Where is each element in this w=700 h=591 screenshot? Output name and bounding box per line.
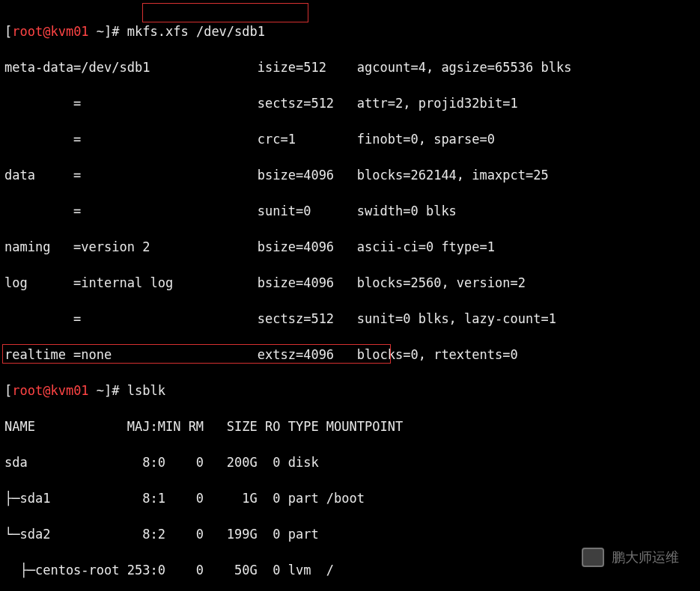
command-mkfs: mkfs.xfs /dev/sdb1 — [127, 24, 265, 39]
mkfs-output-line: = sectsz=512 attr=2, projid32bit=1 — [4, 94, 696, 112]
prompt-bracket-open: [ — [4, 383, 12, 398]
prompt-user-host: root@kvm01 — [12, 383, 88, 398]
mkfs-output-line: = sunit=0 swidth=0 blks — [4, 202, 696, 220]
prompt-path: ~]# — [89, 24, 127, 39]
lsblk-header: NAME MAJ:MIN RM SIZE RO TYPE MOUNTPOINT — [4, 417, 696, 435]
lsblk-row: sda 8:0 0 200G 0 disk — [4, 453, 696, 471]
mkfs-output-line: log =internal log bsize=4096 blocks=2560… — [4, 274, 696, 292]
lsblk-row: ├─sda1 8:1 0 1G 0 part /boot — [4, 489, 696, 507]
lsblk-row: └─sda2 8:2 0 199G 0 part — [4, 525, 696, 543]
lsblk-row: ├─centos-root 253:0 0 50G 0 lvm / — [4, 561, 696, 579]
terminal-window[interactable]: [root@kvm01 ~]# mkfs.xfs /dev/sdb1 meta-… — [0, 0, 700, 591]
prompt-path: ~]# — [89, 383, 127, 398]
mkfs-output-line: = sectsz=512 sunit=0 blks, lazy-count=1 — [4, 310, 696, 328]
line-prompt-2: [root@kvm01 ~]# lsblk — [4, 382, 696, 399]
command-lsblk: lsblk — [127, 383, 165, 398]
prompt-bracket-open: [ — [4, 24, 12, 39]
mkfs-output-line: data = bsize=4096 blocks=262144, imaxpct… — [4, 166, 696, 184]
mkfs-output-line: meta-data=/dev/sdb1 isize=512 agcount=4,… — [4, 58, 696, 76]
mkfs-output-line: = crc=1 finobt=0, sparse=0 — [4, 130, 696, 148]
line-prompt-1: [root@kvm01 ~]# mkfs.xfs /dev/sdb1 — [4, 22, 696, 40]
mkfs-output-line: realtime =none extsz=4096 blocks=0, rtex… — [4, 346, 696, 364]
prompt-user-host: root@kvm01 — [12, 24, 88, 39]
mkfs-output-line: naming =version 2 bsize=4096 ascii-ci=0 … — [4, 238, 696, 256]
